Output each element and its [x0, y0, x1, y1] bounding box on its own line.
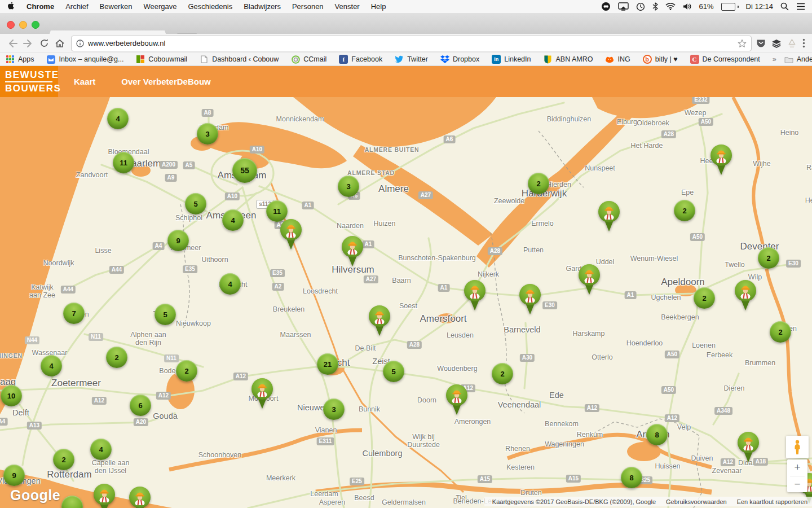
terms-link[interactable]: Gebruiksvoorwaarden	[666, 498, 727, 505]
cluster-marker[interactable]: 3	[338, 176, 359, 197]
cluster-marker[interactable]: 5	[155, 304, 176, 325]
back-icon[interactable]	[5, 36, 20, 51]
worker-pin-marker[interactable]	[734, 280, 757, 313]
bookmark-twitter[interactable]: Twitter	[395, 55, 428, 64]
cluster-marker[interactable]: 2	[176, 360, 197, 382]
menu-item-chrome[interactable]: Chrome	[21, 0, 60, 13]
bookmark-abnamro[interactable]: ABN AMRO	[543, 55, 593, 64]
worker-pin-marker[interactable]	[519, 284, 541, 317]
menubar-clock[interactable]: Di 12:14	[746, 2, 773, 11]
cluster-marker[interactable]: 55	[232, 158, 257, 183]
bookmark-dropbox[interactable]: Dropbox	[440, 55, 479, 64]
display-icon[interactable]	[618, 2, 629, 11]
bookmark-ing[interactable]: ING	[605, 55, 630, 64]
browser-menu-icon[interactable]	[802, 38, 805, 48]
bookmark-apps-grid[interactable]: Apps	[6, 55, 34, 64]
time-machine-icon[interactable]	[636, 2, 645, 11]
bookmark-decorrespondent[interactable]: CDe Correspondent	[690, 55, 760, 64]
bookmark-page[interactable]: Dashboard ‹ Cobouw	[200, 55, 279, 64]
wifi-icon[interactable]	[665, 3, 676, 10]
notification-center-icon[interactable]	[796, 3, 805, 10]
address-bar[interactable]: www.verbeterdebouw.nl	[71, 36, 752, 51]
pocket-icon[interactable]	[756, 38, 766, 48]
page-info-icon[interactable]	[76, 40, 84, 47]
worker-pin-marker[interactable]	[737, 432, 760, 465]
worker-pin-marker[interactable]	[129, 487, 151, 508]
creative-cloud-icon[interactable]	[601, 2, 611, 11]
reload-icon[interactable]	[36, 36, 52, 51]
bookmark-inbox[interactable]: Inbox – anquile@g...	[47, 55, 124, 64]
close-window-button[interactable]	[7, 21, 15, 29]
cluster-marker[interactable]: 4	[219, 273, 241, 295]
cluster-marker[interactable]: 5	[185, 193, 206, 214]
cluster-marker[interactable]: 2	[674, 200, 695, 221]
cluster-marker[interactable]: 5	[383, 361, 404, 382]
bookmark-star-icon[interactable]	[738, 39, 747, 48]
cluster-marker[interactable]: 3	[197, 123, 218, 144]
zoom-in-button[interactable]: +	[787, 459, 807, 476]
cluster-marker[interactable]: 10	[1, 385, 22, 406]
menu-item-help[interactable]: Help	[365, 0, 392, 13]
worker-pin-marker[interactable]	[93, 484, 116, 508]
worker-pin-marker[interactable]	[341, 236, 364, 269]
nav-item-kaart[interactable]: Kaart	[74, 77, 95, 86]
menu-item-geschiedenis[interactable]: Geschiedenis	[182, 0, 238, 13]
cluster-marker[interactable]: 4	[107, 108, 129, 129]
url-text[interactable]: www.verbeterdebouw.nl	[88, 39, 734, 47]
cluster-marker[interactable]: 2	[492, 363, 513, 384]
cluster-marker[interactable]: 11	[113, 152, 134, 173]
cluster-marker[interactable]: 2	[528, 173, 549, 194]
cluster-marker[interactable]: 9	[3, 465, 25, 486]
menu-item-weergave[interactable]: Weergave	[138, 0, 182, 13]
worker-pin-marker[interactable]	[598, 201, 620, 234]
map-canvas[interactable]: AmsterdamHaarlemAlmereAmstelveenHilversu…	[0, 97, 812, 508]
cluster-marker[interactable]: 6	[130, 395, 151, 416]
bluetooth-icon[interactable]	[652, 2, 658, 11]
worker-pin-marker[interactable]	[445, 384, 468, 417]
pegman-control[interactable]	[786, 436, 809, 458]
menu-item-personen[interactable]: Personen	[286, 0, 329, 13]
spotlight-icon[interactable]	[780, 2, 789, 11]
worker-pin-marker[interactable]	[251, 378, 273, 411]
layers-icon[interactable]	[771, 39, 782, 48]
apple-menu-icon[interactable]	[0, 2, 21, 11]
bookmark-bitly[interactable]: bbitly | ♥	[643, 55, 678, 64]
minimize-window-button[interactable]	[19, 21, 27, 29]
cluster-marker[interactable]: 2	[53, 449, 74, 470]
home-icon[interactable]	[52, 36, 68, 51]
cluster-marker[interactable]: 8	[646, 424, 668, 445]
bookmark-ccmail[interactable]: CCmail	[291, 55, 326, 64]
worker-pin-marker[interactable]	[578, 264, 601, 297]
bookmark-cobouwmail[interactable]: Cobouwmail	[136, 55, 187, 64]
cluster-marker[interactable]: 2	[770, 321, 791, 343]
extension-icon-disabled[interactable]	[787, 38, 797, 48]
other-bookmarks-folder[interactable]: Andere bladwijzers	[784, 55, 812, 64]
cluster-marker[interactable]: 21	[317, 353, 338, 375]
forward-icon[interactable]	[20, 36, 36, 51]
menu-item-bewerken[interactable]: Bewerken	[94, 0, 138, 13]
report-error-link[interactable]: Een kaartfout rapporteren	[737, 498, 807, 505]
cluster-marker[interactable]: 7	[63, 303, 85, 324]
nav-item-over-verbeterdebouw[interactable]: Over VerbeterDeBouw	[121, 77, 210, 86]
bookmark-linkedin[interactable]: inLinkedIn	[492, 55, 531, 64]
cluster-marker[interactable]: 2	[106, 347, 127, 368]
cluster-marker[interactable]: 4	[90, 439, 112, 460]
bookmarks-overflow-chevron[interactable]: »	[773, 55, 776, 63]
cluster-marker[interactable]: 4	[222, 209, 244, 231]
volume-icon[interactable]	[683, 3, 692, 10]
cluster-marker[interactable]: 8	[621, 467, 642, 488]
menu-item-venster[interactable]: Venster	[329, 0, 365, 13]
worker-pin-marker[interactable]	[368, 305, 391, 338]
worker-pin-marker[interactable]	[280, 219, 302, 252]
worker-pin-marker[interactable]	[710, 144, 732, 177]
worker-pin-marker[interactable]	[464, 280, 486, 313]
zoom-window-button[interactable]	[32, 21, 39, 29]
bookmark-facebook[interactable]: fFacebook	[339, 55, 382, 64]
cluster-marker[interactable]: 3	[323, 398, 345, 420]
cluster-marker[interactable]: 2	[758, 247, 779, 269]
cluster-marker[interactable]: 9	[167, 230, 189, 251]
cluster-marker[interactable]: 2	[694, 287, 715, 309]
menu-item-bladwijzers[interactable]: Bladwijzers	[238, 0, 286, 13]
site-logo[interactable]: BEWUSTE BOUWERS	[0, 66, 58, 97]
zoom-out-button[interactable]: −	[787, 476, 807, 493]
